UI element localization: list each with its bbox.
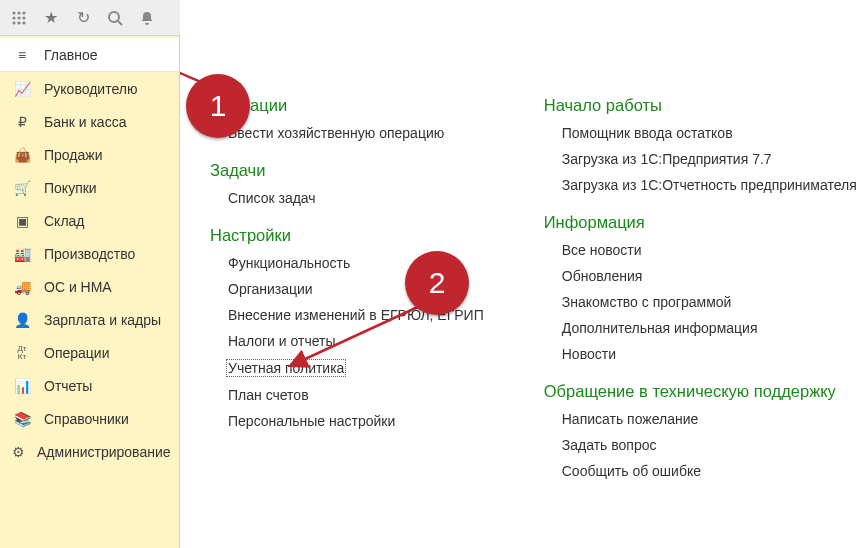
toolbar: ★ ↻ (0, 0, 180, 36)
bell-icon[interactable] (134, 5, 160, 31)
link-updates[interactable]: Обновления (562, 268, 857, 284)
sidebar-item-label: Склад (44, 213, 85, 229)
annotation-badge-1: 1 (186, 74, 250, 138)
annotation-badge-1-text: 1 (210, 89, 227, 123)
ruble-icon: ₽ (12, 114, 32, 130)
link-personal-settings[interactable]: Персональные настройки (228, 413, 484, 429)
svg-point-9 (109, 12, 119, 22)
sidebar: ≡Главное📈Руководителю₽Банк и касса👜Прода… (0, 36, 180, 548)
section-title[interactable]: Настройки (210, 226, 484, 245)
svg-line-10 (118, 21, 122, 25)
apps-icon[interactable] (6, 5, 32, 31)
link-news[interactable]: Новости (562, 346, 857, 362)
sidebar-item-manager[interactable]: 📈Руководителю (0, 72, 179, 105)
sidebar-item-main[interactable]: ≡Главное (0, 38, 179, 72)
svg-point-7 (17, 21, 20, 24)
sidebar-item-label: Банк и касса (44, 114, 126, 130)
link-chart-of-accounts[interactable]: План счетов (228, 387, 484, 403)
sidebar-item-label: ОС и НМА (44, 279, 112, 295)
svg-point-1 (17, 11, 20, 14)
sidebar-item-warehouse[interactable]: ▣Склад (0, 204, 179, 237)
sidebar-item-label: Администрирование (37, 444, 171, 460)
right-column: Начало работыПомощник ввода остатковЗагр… (544, 96, 857, 489)
link-intro[interactable]: Знакомство с программой (562, 294, 857, 310)
annotation-badge-2-text: 2 (429, 266, 446, 300)
sidebar-item-purchases[interactable]: 🛒Покупки (0, 171, 179, 204)
section-title[interactable]: Операции (210, 96, 484, 115)
link-all-news[interactable]: Все новости (562, 242, 857, 258)
books-icon: 📚 (12, 411, 32, 427)
menu-icon: ≡ (12, 47, 32, 63)
sidebar-item-catalogs[interactable]: 📚Справочники (0, 402, 179, 435)
section-title[interactable]: Задачи (210, 161, 484, 180)
dtkt-icon: ДтКт (12, 345, 32, 361)
sidebar-item-label: Зарплата и кадры (44, 312, 161, 328)
svg-point-2 (22, 11, 25, 14)
annotation-badge-2: 2 (405, 251, 469, 315)
link-extra-info[interactable]: Дополнительная информация (562, 320, 857, 336)
svg-point-4 (17, 16, 20, 19)
link-taxes-reports[interactable]: Налоги и отчеты (228, 333, 484, 349)
link-task-list[interactable]: Список задач (228, 190, 484, 206)
link-accounting-policy[interactable]: Учетная политика (226, 359, 346, 377)
svg-point-6 (12, 21, 15, 24)
link-ask-question[interactable]: Задать вопрос (562, 437, 857, 453)
sidebar-item-label: Продажи (44, 147, 102, 163)
chart-up-icon: 📈 (12, 81, 32, 97)
sidebar-item-assets[interactable]: 🚚ОС и НМА (0, 270, 179, 303)
link-report-bug[interactable]: Сообщить об ошибке (562, 463, 857, 479)
svg-point-0 (12, 11, 15, 14)
svg-point-8 (22, 21, 25, 24)
sidebar-item-label: Главное (44, 47, 98, 63)
link-load-1c-report[interactable]: Загрузка из 1С:Отчетность предпринимател… (562, 177, 857, 193)
section-title[interactable]: Информация (544, 213, 857, 232)
person-icon: 👤 (12, 312, 32, 328)
bag-icon: 👜 (12, 147, 32, 163)
sidebar-item-production[interactable]: 🏭Производство (0, 237, 179, 270)
sidebar-item-label: Покупки (44, 180, 97, 196)
truck-icon: 🚚 (12, 279, 32, 295)
star-icon[interactable]: ★ (38, 5, 64, 31)
search-icon[interactable] (102, 5, 128, 31)
history-icon[interactable]: ↻ (70, 5, 96, 31)
link-balance-wizard[interactable]: Помощник ввода остатков (562, 125, 857, 141)
section-title[interactable]: Обращение в техническую поддержку (544, 382, 857, 401)
svg-point-3 (12, 16, 15, 19)
sidebar-item-hr[interactable]: 👤Зарплата и кадры (0, 303, 179, 336)
cart-icon: 🛒 (12, 180, 32, 196)
sidebar-item-label: Операции (44, 345, 110, 361)
gear-icon: ⚙ (12, 444, 25, 460)
link-write-wish[interactable]: Написать пожелание (562, 411, 857, 427)
link-enter-operation[interactable]: Ввести хозяйственную операцию (228, 125, 484, 141)
content-area: ОперацииВвести хозяйственную операциюЗад… (180, 36, 863, 548)
link-load-1c77[interactable]: Загрузка из 1С:Предприятия 7.7 (562, 151, 857, 167)
sidebar-item-bank[interactable]: ₽Банк и касса (0, 105, 179, 138)
section-title[interactable]: Начало работы (544, 96, 857, 115)
sidebar-item-label: Руководителю (44, 81, 137, 97)
sidebar-item-admin[interactable]: ⚙Администрирование (0, 435, 179, 468)
factory-icon: 🏭 (12, 246, 32, 262)
bars-icon: 📊 (12, 378, 32, 394)
sidebar-item-sales[interactable]: 👜Продажи (0, 138, 179, 171)
boxes-icon: ▣ (12, 213, 32, 229)
sidebar-item-label: Отчеты (44, 378, 92, 394)
svg-point-5 (22, 16, 25, 19)
sidebar-item-reports[interactable]: 📊Отчеты (0, 369, 179, 402)
sidebar-item-label: Справочники (44, 411, 129, 427)
sidebar-item-label: Производство (44, 246, 135, 262)
sidebar-item-operations[interactable]: ДтКтОперации (0, 336, 179, 369)
